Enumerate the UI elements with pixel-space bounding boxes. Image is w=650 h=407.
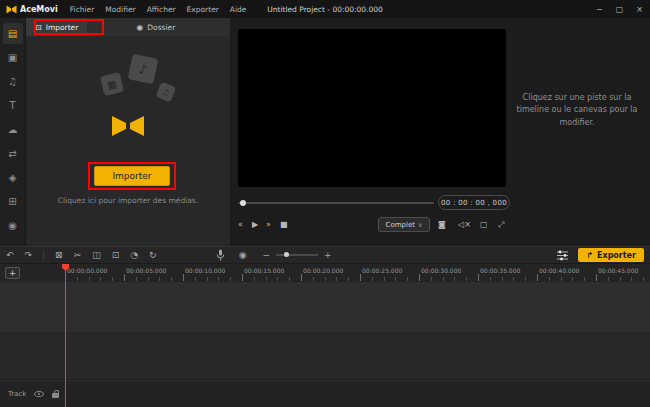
app-name: AceMovi xyxy=(20,5,58,14)
small-note-tile-icon: ♫ xyxy=(156,82,177,103)
ruler-timestamp: 00:00:45.000 xyxy=(598,267,638,274)
timeline-ruler[interactable]: + 00:00:00.000 00:00:05.000 00:00:10.000… xyxy=(0,264,650,282)
screen-record-icon[interactable]: ◉ xyxy=(239,250,247,260)
toolbar-divider xyxy=(43,250,44,260)
playhead-line[interactable] xyxy=(65,264,66,407)
ruler-timestamp: 00:00:25.000 xyxy=(362,267,402,274)
menu-exporter[interactable]: Exporter xyxy=(187,5,219,14)
fit-dropdown[interactable]: Complet ∨ xyxy=(378,217,430,232)
device-preview-icon[interactable]: ▢ xyxy=(480,220,488,229)
acemovi-window: AceMovi Fichier Modifier Afficher Export… xyxy=(0,0,650,407)
redo-icon[interactable]: ↷ xyxy=(25,250,33,260)
import-button[interactable]: Importer xyxy=(94,166,170,186)
tab-dossier[interactable]: ◉ Dossier xyxy=(127,18,184,36)
import-tab-icon: ⊡ xyxy=(35,23,42,32)
menu-afficher[interactable]: Afficher xyxy=(147,5,176,14)
menu-bar: Fichier Modifier Afficher Exporter Aide xyxy=(70,5,247,14)
track-row[interactable] xyxy=(0,282,650,333)
speed-icon[interactable]: ◔ xyxy=(130,250,138,260)
rotate-icon[interactable]: ↻ xyxy=(149,250,157,260)
fit-dropdown-label: Complet xyxy=(386,221,415,229)
import-hint: Cliquez ici pour importer des médias. xyxy=(26,196,230,205)
preview-panel: Cliquez sur une piste sur la timeline ou… xyxy=(230,18,650,246)
snapshot-icon[interactable]: ◙ xyxy=(438,220,446,229)
minimize-button[interactable]: ─ xyxy=(595,5,604,14)
preview-hint: Cliquez sur une piste sur la timeline ou… xyxy=(514,92,640,129)
timeline-zoom-control: − + xyxy=(263,250,332,260)
track-lock-icon[interactable] xyxy=(52,393,59,398)
ruler-timestamp: 00:00:15.000 xyxy=(244,267,284,274)
ruler-timestamp: 00:00:10.000 xyxy=(185,267,225,274)
image-tile-icon: ▦ xyxy=(100,72,124,96)
chevron-down-icon: ∨ xyxy=(418,221,422,228)
record-icon[interactable]: ◉ xyxy=(3,215,23,236)
titlebar: AceMovi Fichier Modifier Afficher Export… xyxy=(0,0,650,18)
timecode-display: 00 : 00 : 00 , 000 xyxy=(438,195,510,210)
menu-aide[interactable]: Aide xyxy=(230,5,247,14)
delete-icon[interactable]: ⊠ xyxy=(55,250,63,260)
track-visibility-eye-icon[interactable] xyxy=(34,391,44,397)
undo-icon[interactable]: ↶ xyxy=(6,250,14,260)
ruler-timestamp: 00:00:30.000 xyxy=(421,267,461,274)
menu-modifier[interactable]: Modifier xyxy=(105,5,135,14)
export-button[interactable]: ↱ Exporter xyxy=(578,248,644,262)
media-tab-bar: ⊡ Importer ◉ Dossier xyxy=(26,18,230,36)
zoom-slider[interactable] xyxy=(276,254,318,256)
ruler-major-ticks xyxy=(65,274,650,281)
tab-dossier-label: Dossier xyxy=(147,23,175,32)
transitions-icon[interactable]: ⇄ xyxy=(3,143,23,164)
elements-icon[interactable]: ☁ xyxy=(3,119,23,140)
music-note-tile-icon: ♪ xyxy=(128,54,159,85)
ruler-timestamp: 00:00:40.000 xyxy=(539,267,579,274)
microphone-icon[interactable] xyxy=(216,249,225,261)
ruler-timestamp: 00:00:05.000 xyxy=(126,267,166,274)
video-canvas[interactable] xyxy=(238,29,506,187)
seek-bar[interactable] xyxy=(238,202,434,204)
add-track-button[interactable]: + xyxy=(5,267,20,279)
split-screen-icon[interactable]: ⊞ xyxy=(3,191,23,212)
text-icon[interactable]: T xyxy=(3,95,23,116)
sidebar: ▤ ▣ ♫ T ☁ ⇄ ◈ ⊞ ◉ xyxy=(0,18,26,246)
adjust-sliders-icon[interactable] xyxy=(557,250,568,261)
mute-icon[interactable]: ◁× xyxy=(458,220,471,229)
ruler-timestamp: 00:00:35.000 xyxy=(480,267,520,274)
stop-button[interactable]: ■ xyxy=(280,220,288,229)
stock-icon[interactable]: ▣ xyxy=(3,47,23,68)
acemovi-bowtie-logo-icon xyxy=(110,114,146,142)
ruler-timestamp: 00:00:20.000 xyxy=(303,267,343,274)
effects-icon[interactable]: ◈ xyxy=(3,167,23,188)
tab-importer-label: Importer xyxy=(46,23,79,32)
track-label: Track xyxy=(8,390,26,398)
window-controls: ─ ▢ × xyxy=(595,5,644,14)
seek-knob[interactable] xyxy=(240,200,246,206)
export-icon: ↱ xyxy=(586,251,593,260)
folder-tab-icon: ◉ xyxy=(136,23,143,32)
timeline-toolbar: ↶ ↷ ⊠ ✂ ◫ ⊡ ◔ ↻ ◉ − + ↱ Exporter xyxy=(0,246,650,264)
media-icon[interactable]: ▤ xyxy=(3,23,23,44)
transport-controls: « ▶ » ■ Complet ∨ ◙ ◁× ▢ ⤢ xyxy=(238,216,642,234)
export-button-label: Exporter xyxy=(597,251,636,260)
scissors-icon[interactable]: ✂ xyxy=(74,250,82,260)
maximize-button[interactable]: ▢ xyxy=(615,5,624,14)
zoom-out-icon[interactable]: − xyxy=(263,250,271,260)
next-frame-button[interactable]: » xyxy=(266,220,271,229)
track-row[interactable] xyxy=(0,333,650,380)
crop-icon[interactable]: ⊡ xyxy=(112,250,120,260)
close-button[interactable]: × xyxy=(635,5,644,14)
menu-fichier[interactable]: Fichier xyxy=(70,5,95,14)
ruler-timestamp: 00:00:00.000 xyxy=(67,267,107,274)
play-button[interactable]: ▶ xyxy=(252,220,258,229)
audio-icon[interactable]: ♫ xyxy=(3,71,23,92)
previous-frame-button[interactable]: « xyxy=(238,220,243,229)
split-icon[interactable]: ◫ xyxy=(92,250,101,260)
zoom-slider-knob[interactable] xyxy=(284,252,289,257)
media-panel: ⊡ Importer ◉ Dossier ♪ ▦ ♫ Importer Cliq… xyxy=(26,18,230,246)
tab-importer[interactable]: ⊡ Importer xyxy=(26,18,87,36)
zoom-in-icon[interactable]: + xyxy=(324,250,332,260)
app-logo-icon xyxy=(6,5,17,14)
fullscreen-icon[interactable]: ⤢ xyxy=(498,220,504,230)
track-header: Track xyxy=(0,380,650,407)
